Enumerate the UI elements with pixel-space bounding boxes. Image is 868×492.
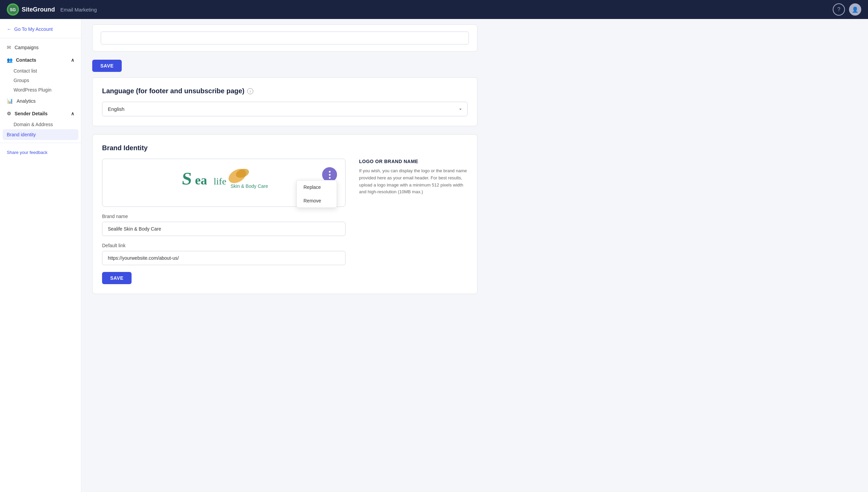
contacts-chevron-icon: ∧ [71, 57, 74, 63]
logo-circle: SG [7, 3, 19, 16]
dot-3 [329, 177, 331, 179]
svg-text:SG: SG [10, 7, 16, 12]
topnav: SG SiteGround Email Marketing ? 👤 [0, 0, 868, 19]
logo-area: S ea life Skin & Body Care [102, 159, 346, 207]
topnav-left: SG SiteGround Email Marketing [7, 3, 97, 16]
default-link-input[interactable] [102, 251, 346, 265]
sidebar-section-contacts[interactable]: 👥 Contacts ∧ [0, 54, 81, 66]
sidebar-item-contact-list[interactable]: Contact list [0, 66, 81, 76]
brand-info-box: LOGO OR BRAND NAME If you wish, you can … [359, 159, 468, 196]
contacts-label: Contacts [16, 57, 36, 63]
back-arrow-icon: ← [7, 26, 12, 32]
svg-text:S: S [181, 169, 193, 188]
sidebar-item-domain-address[interactable]: Domain & Address [0, 120, 81, 129]
language-section-title: Language (for footer and unsubscribe pag… [102, 87, 244, 95]
brand-info-title: LOGO OR BRAND NAME [359, 159, 468, 164]
brand-name-input[interactable] [102, 222, 346, 236]
sidebar-item-groups[interactable]: Groups [0, 76, 81, 85]
sidebar-item-campaigns[interactable]: ✉ Campaigns [0, 41, 81, 54]
remove-option[interactable]: Remove [297, 194, 337, 208]
svg-text:life: life [214, 176, 226, 186]
topnav-right: ? 👤 [833, 3, 861, 16]
logo-dropdown-menu: Replace Remove [296, 180, 337, 208]
sidebar-item-analytics[interactable]: 📊 Analytics [0, 95, 81, 107]
save-btn-top-wrapper: SAVE [92, 60, 477, 77]
replace-option[interactable]: Replace [297, 180, 337, 194]
svg-text:ea: ea [195, 173, 207, 187]
sidebar-divider-2 [0, 143, 81, 143]
brand-info-sidebar: LOGO OR BRAND NAME If you wish, you can … [359, 159, 468, 284]
brand-main: S ea life Skin & Body Care [102, 159, 346, 284]
user-avatar-button[interactable]: 👤 [849, 3, 861, 16]
app-name: Email Marketing [60, 7, 97, 13]
analytics-label: Analytics [17, 98, 36, 104]
brand-identity-title: Brand Identity [102, 144, 468, 152]
logo: SG SiteGround [7, 3, 55, 16]
back-label: Go To My Account [14, 26, 53, 32]
top-input-field[interactable] [101, 32, 469, 44]
content-wrapper: SAVE Language (for footer and unsubscrib… [81, 24, 488, 313]
user-icon: 👤 [852, 6, 859, 13]
brand-info-text: If you wish, you can display the logo or… [359, 168, 468, 196]
sender-details-icon: ⚙ [7, 111, 11, 116]
brand-identity-section: Brand Identity S ea life [92, 134, 477, 294]
default-link-group: Default link [102, 243, 346, 265]
campaigns-label: Campaigns [15, 45, 39, 50]
language-info-icon[interactable]: i [247, 88, 253, 94]
analytics-icon: 📊 [7, 98, 13, 104]
sidebar-divider-1 [0, 38, 81, 38]
brand-name-label: Brand name [102, 214, 346, 219]
brand-name: SiteGround [22, 6, 55, 13]
sender-details-label: Sender Details [15, 111, 47, 116]
top-save-section [92, 24, 477, 52]
help-icon: ? [837, 6, 841, 13]
svg-text:Skin & Body Care: Skin & Body Care [231, 183, 268, 189]
brand-section-inner: S ea life Skin & Body Care [102, 159, 468, 284]
help-button[interactable]: ? [833, 3, 845, 16]
language-title-row: Language (for footer and unsubscribe pag… [102, 87, 468, 95]
contacts-icon: 👥 [7, 57, 13, 63]
sidebar-section-sender-details[interactable]: ⚙ Sender Details ∧ [0, 107, 81, 120]
main-content: SAVE Language (for footer and unsubscrib… [81, 19, 868, 492]
siteground-logo-icon: SG [8, 4, 18, 15]
campaigns-icon: ✉ [7, 44, 11, 51]
language-section: Language (for footer and unsubscribe pag… [92, 77, 477, 126]
sidebar: ← Go To My Account ✉ Campaigns 👥 Contact… [0, 19, 81, 492]
sender-details-chevron-icon: ∧ [71, 111, 74, 116]
go-to-account-link[interactable]: ← Go To My Account [0, 23, 81, 35]
layout: ← Go To My Account ✉ Campaigns 👥 Contact… [0, 19, 868, 492]
save-button-top[interactable]: SAVE [92, 60, 122, 72]
language-select[interactable]: English Spanish French German Italian [102, 102, 468, 116]
default-link-label: Default link [102, 243, 346, 248]
save-button-brand[interactable]: SAVE [102, 272, 132, 284]
sidebar-item-brand-identity[interactable]: Brand identity [3, 129, 78, 140]
share-feedback-link[interactable]: Share your feedback [0, 146, 81, 159]
sidebar-item-wordpress-plugin[interactable]: WordPress Plugin [0, 85, 81, 95]
dot-2 [329, 174, 331, 176]
dot-1 [329, 171, 331, 173]
brand-name-group: Brand name [102, 214, 346, 236]
brand-logo-preview: S ea life Skin & Body Care [180, 166, 268, 200]
